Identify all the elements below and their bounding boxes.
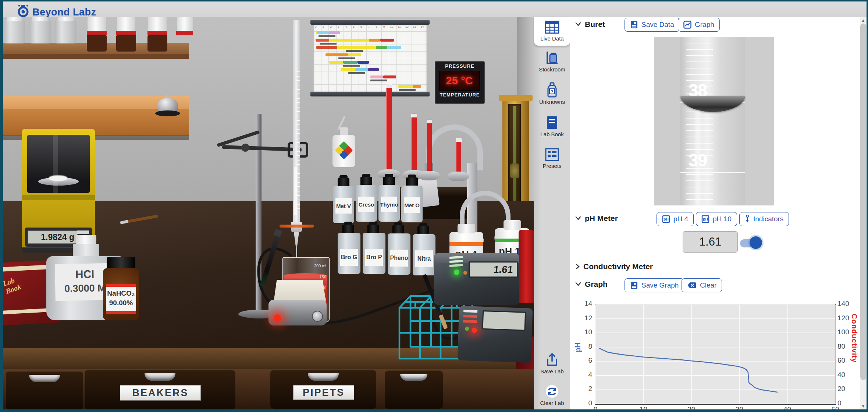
- buret-major-line: [680, 172, 745, 173]
- sidebar-item-lab-book[interactable]: Lab Book: [534, 116, 570, 137]
- conductivity-lcd: [482, 310, 526, 331]
- drawer-handle[interactable]: [145, 373, 175, 381]
- drawer-handle[interactable]: [29, 375, 60, 382]
- orange-led: [463, 271, 467, 275]
- stirrer-knob[interactable]: [312, 311, 323, 322]
- axis-tick-label: 140: [837, 300, 849, 308]
- save-data-button[interactable]: Save Data: [625, 18, 680, 32]
- bottle-cap: [177, 17, 193, 32]
- scrollbar-thumb[interactable]: [860, 24, 866, 380]
- thermometer-tube[interactable]: [386, 84, 392, 173]
- clamp-arm: [217, 130, 260, 147]
- meter-bar: [463, 310, 477, 313]
- sidebar-item-unknowns[interactable]: ? Unknowns: [534, 82, 570, 105]
- sidebar-item-presets[interactable]: Presets: [534, 148, 570, 169]
- indicator-bottle[interactable]: Creso: [356, 174, 377, 222]
- ph-meter-toggle[interactable]: [740, 237, 764, 249]
- indicator-label: Met O: [404, 197, 420, 213]
- wallchart-grid: 01234567891011121314: [313, 25, 427, 92]
- conductivity-section-header[interactable]: Conductivity Meter: [575, 262, 653, 271]
- buret-section-header[interactable]: Buret: [575, 20, 605, 29]
- temperature-label: TEMPERATURE: [435, 92, 484, 98]
- drawer-handle[interactable]: [400, 374, 427, 381]
- indicator-range-wallchart[interactable]: 01234567891011121314: [313, 20, 427, 96]
- axis-tick-label: 120: [837, 314, 849, 322]
- indicator-bottle[interactable]: Bro G: [338, 222, 360, 274]
- bottle-cap: [504, 220, 521, 230]
- save-lab-button[interactable]: Save Lab: [534, 353, 570, 374]
- temperature-display[interactable]: PRESSURE 25 °C TEMPERATURE: [435, 61, 485, 104]
- indicator-range-bar: [343, 61, 357, 64]
- dropper-cap: [342, 225, 354, 233]
- indicator-range-bar: [368, 68, 379, 71]
- stopcock-handle[interactable]: [280, 225, 314, 228]
- thermometer-tube[interactable]: [427, 119, 432, 175]
- panel-scrollbar[interactable]: ▲ ▼: [860, 17, 867, 409]
- drawer-beakers[interactable]: BEAKERS: [85, 370, 235, 409]
- ph10-button[interactable]: pH pH 10: [696, 212, 737, 226]
- red-canister[interactable]: [519, 230, 534, 303]
- graph-button[interactable]: Graph: [678, 18, 720, 32]
- shelf-reagent-bottle[interactable]: [114, 17, 138, 52]
- clear-graph-button[interactable]: Clear: [682, 278, 722, 292]
- shelf-glass-jar[interactable]: [29, 20, 51, 43]
- indicator-bottle[interactable]: Bro P: [363, 222, 385, 274]
- sidebar-item-stockroom[interactable]: Stockroom: [534, 51, 570, 73]
- sidebar-item-label: Unknowns: [539, 99, 565, 105]
- clear-lab-button[interactable]: Clear Lab: [534, 384, 570, 406]
- axis-tick-label: 100: [837, 328, 849, 336]
- indicator-bottle[interactable]: Met O: [401, 175, 423, 222]
- nahco3-jar[interactable]: NaHCO₃ 90.00%: [103, 257, 139, 320]
- indicators-button[interactable]: Indicators: [739, 212, 789, 226]
- conductivity-meter-device[interactable]: [457, 306, 533, 363]
- axis-tick-label: 40: [837, 371, 845, 379]
- dropper-cap: [338, 178, 349, 187]
- shelf-glass-jar[interactable]: [4, 20, 25, 43]
- buret[interactable]: [293, 20, 300, 224]
- drawer[interactable]: [6, 371, 83, 409]
- scroll-down-button[interactable]: ▼: [860, 403, 867, 409]
- wallchart-tick: 7: [368, 25, 370, 28]
- titration-chart[interactable]: [595, 304, 836, 405]
- save-graph-button[interactable]: Save Graph: [625, 278, 684, 292]
- indicator-name-mark: [346, 50, 363, 52]
- bottle-body: [87, 35, 107, 52]
- call-bell[interactable]: [155, 97, 180, 116]
- axis-tick-label: 20: [837, 385, 845, 393]
- drawer-pipets[interactable]: PIPETS: [270, 370, 376, 409]
- stirrer-body[interactable]: [268, 300, 327, 325]
- indicator-label: Nitra: [415, 250, 433, 267]
- bottle-cap: [88, 17, 106, 32]
- wallchart-tick: 0: [315, 25, 316, 28]
- indicator-bottle[interactable]: Nitra: [413, 223, 435, 275]
- indicator-bottle[interactable]: Thymo: [378, 174, 400, 222]
- chart-icon: [683, 21, 691, 29]
- thermometer-tube[interactable]: [411, 113, 417, 174]
- scroll-up-button[interactable]: ▲: [860, 17, 867, 24]
- app-window: Beyond Labz: [0, 0, 868, 412]
- ph-meter-section-header[interactable]: pH Meter: [575, 214, 618, 223]
- indicator-range-bar: [357, 61, 369, 64]
- indicator-range-bar: [329, 39, 369, 42]
- shelf-reagent-bottle[interactable]: [85, 17, 109, 52]
- ph4-button[interactable]: pH pH 4: [657, 212, 694, 226]
- drawer[interactable]: [385, 370, 443, 409]
- chevron-right-icon: [575, 264, 580, 270]
- wash-bottle[interactable]: [332, 116, 355, 167]
- analytical-balance[interactable]: 1.9824 g: [22, 129, 95, 253]
- indicator-range-bar: [316, 46, 337, 49]
- thermometer-tube[interactable]: [456, 138, 462, 175]
- lab-scene: 01234567891011121314 PRESSURE 25 °C TEMP…: [3, 17, 534, 409]
- drawer-handle[interactable]: [308, 373, 339, 381]
- sidebar-item-live-data[interactable]: Live Data: [534, 21, 570, 42]
- shelf-reagent-bottle[interactable]: [145, 17, 170, 52]
- indicator-name-mark: [343, 65, 360, 67]
- buret-closeup-view[interactable]: 38 39: [654, 37, 774, 205]
- shelf-reagent-bottle[interactable]: [175, 17, 193, 52]
- svg-text:pH: pH: [703, 217, 708, 221]
- indicator-bottle[interactable]: Met V: [333, 175, 354, 223]
- shelf-glass-jar[interactable]: [55, 20, 77, 43]
- graph-section-header[interactable]: Graph: [575, 280, 608, 289]
- ph-meter-device[interactable]: 1.61: [434, 253, 519, 305]
- indicator-bottle[interactable]: Pheno: [388, 222, 410, 275]
